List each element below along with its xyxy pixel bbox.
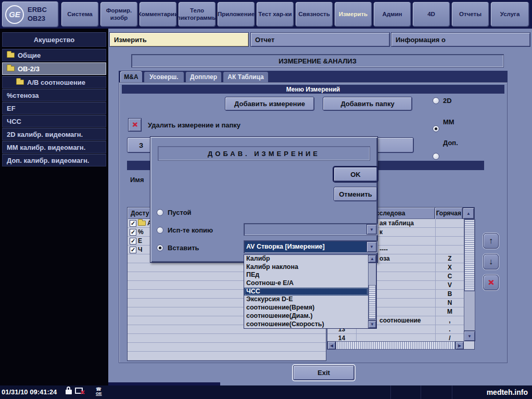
- tab-measure[interactable]: Измерить: [109, 32, 249, 47]
- radio-mm-label: MM: [443, 118, 454, 126]
- sidebar-item-ef[interactable]: EF: [2, 102, 106, 114]
- add-measure-button[interactable]: Добавить измерение: [225, 97, 314, 111]
- list-item[interactable]: соотношение(Скорость): [244, 320, 368, 329]
- dialog-title-bar: ДОБАВ. ИЗМЕРЕНИЕ: [158, 146, 370, 161]
- folder-icon: [7, 53, 15, 58]
- watermark: medteh.info: [487, 388, 528, 396]
- sidebar-item-ob23[interactable]: OB-2/3: [2, 62, 106, 75]
- menu-comments[interactable]: Комментарии: [139, 2, 177, 27]
- open-folder-icon: [7, 66, 15, 71]
- move-up-button[interactable]: ↑: [483, 233, 499, 249]
- delete-label: Удалить измерение и папку: [148, 121, 240, 129]
- ge-logo-button[interactable]: GE ERBCOB23: [2, 1, 59, 28]
- chevron-down-icon[interactable]: ▼: [366, 224, 377, 235]
- menu-service[interactable]: Услуга: [490, 2, 529, 27]
- red-x-icon: ×: [488, 277, 493, 288]
- sidebar-item-dop-calib[interactable]: Доп. калибр. видеомагн.: [2, 154, 106, 166]
- list-item[interactable]: соотношение(Время): [244, 304, 368, 312]
- radio-2d-label: 2D: [443, 97, 452, 105]
- ge-connectivity-label: GE: [96, 391, 102, 396]
- tab-advanced[interactable]: Усоверш.: [144, 71, 184, 82]
- ok-button[interactable]: OK: [334, 167, 377, 182]
- arrow-down-icon: ↓: [489, 257, 493, 266]
- move-down-button[interactable]: ↓: [483, 254, 499, 269]
- menu-test[interactable]: Тест хар-ки: [256, 2, 294, 27]
- list-item[interactable]: соотношение(Диам.): [244, 312, 368, 320]
- add-folder-button[interactable]: Добавить папку: [323, 97, 412, 111]
- radio-insert[interactable]: [157, 244, 163, 251]
- scrollbar-thumb[interactable]: [369, 285, 376, 319]
- tab-ma[interactable]: M&A: [120, 71, 143, 82]
- horizontal-scrollbar[interactable]: ◀ ▶: [327, 341, 464, 350]
- menu-system[interactable]: Система: [61, 2, 99, 27]
- status-bar: 01/31/10 09:41:24 × ☎ GE medteh.info: [0, 385, 532, 399]
- exit-button[interactable]: Exit: [293, 365, 354, 380]
- ge-logo-icon: GE: [5, 5, 24, 24]
- sidebar-item-hr[interactable]: ЧСС: [2, 115, 106, 127]
- add-measurement-dialog: ДОБАВ. ИЗМЕРЕНИЕ OK Отменить Пустой Исп-…: [150, 136, 378, 263]
- checkbox-checked[interactable]: [130, 238, 136, 244]
- checkbox-checked[interactable]: [130, 247, 136, 253]
- list-item[interactable]: Калибр наклона: [244, 263, 368, 272]
- empty-row: [128, 352, 326, 361]
- radio-use-copy[interactable]: [157, 227, 163, 234]
- radio-empty[interactable]: [157, 209, 163, 216]
- vertical-scrollbar[interactable]: ▼: [464, 219, 474, 341]
- list-scrollbar[interactable]: ▲ ▼: [368, 255, 376, 328]
- menu-imaging[interactable]: Формир. изобр: [100, 2, 138, 27]
- checkbox-checked[interactable]: [130, 220, 136, 227]
- list-item-selected[interactable]: ЧСС: [244, 288, 368, 296]
- lock-shackle-icon: [67, 387, 70, 390]
- sidebar-item-mm-calib[interactable]: MM калибр. видеомагн.: [2, 141, 106, 153]
- menu-reports[interactable]: Отчеты: [451, 2, 489, 27]
- remove-button[interactable]: ×: [483, 275, 499, 290]
- measurement-sidebar: Акушерство Общие OB-2/3 A/B соотношение …: [0, 29, 108, 385]
- copy-combobox[interactable]: ▼: [244, 223, 378, 236]
- list-item[interactable]: Калибр: [244, 255, 368, 263]
- sidebar-item-stenosis[interactable]: %стеноза: [2, 89, 106, 101]
- sidebar-item-general[interactable]: Общие: [2, 49, 106, 61]
- scroll-left-button[interactable]: ◀: [327, 341, 336, 350]
- scroll-down-button[interactable]: ▼: [464, 331, 475, 341]
- system-id: ERBCOB23: [28, 6, 47, 23]
- folder-icon: [16, 80, 24, 85]
- name-label: Имя: [130, 176, 144, 184]
- section-title-box: ИЗМЕРЕНИЕ &АНАЛИЗ: [131, 54, 504, 68]
- chevron-down-icon[interactable]: ▼: [366, 241, 377, 252]
- list-item[interactable]: Соотнош-е E/A: [244, 279, 368, 288]
- scroll-up-button[interactable]: ▲: [463, 208, 474, 219]
- radio-empty-label: Пустой: [168, 209, 192, 216]
- empty-row: [128, 334, 326, 343]
- insert-combobox[interactable]: AV Створка [Измерение] ▼: [244, 240, 378, 253]
- tab-info[interactable]: Информация о: [391, 32, 530, 47]
- list-item[interactable]: ПЕд: [244, 271, 368, 279]
- menu-connectivity[interactable]: Связность: [295, 2, 333, 27]
- checkbox-checked[interactable]: [130, 229, 136, 236]
- tab-report[interactable]: Отчет: [250, 32, 390, 47]
- sidebar-item-ab-ratio[interactable]: A/B соотношение: [2, 76, 106, 88]
- scroll-up-button[interactable]: ▲: [368, 255, 376, 263]
- empty-row: [128, 343, 326, 352]
- scroll-right-button[interactable]: ▶: [455, 341, 464, 350]
- scroll-down-button[interactable]: ▼: [368, 320, 376, 328]
- radio-2d[interactable]: [433, 97, 439, 104]
- cancel-button[interactable]: Отменить: [334, 187, 377, 201]
- list-item[interactable]: Экскурсия D-E: [244, 295, 368, 304]
- sidebar-item-2d-calib[interactable]: 2D калибр. видеомагн.: [2, 128, 106, 140]
- tab-ak-table[interactable]: АК Таблица: [223, 71, 269, 82]
- lock-icon: [66, 390, 72, 394]
- menu-admin[interactable]: Админ: [373, 2, 411, 27]
- tab-doppler[interactable]: Допплер: [185, 71, 222, 82]
- radio-dop-label: Доп.: [443, 139, 458, 147]
- menu-measure[interactable]: Измерить: [334, 2, 372, 27]
- delete-button[interactable]: ×: [128, 118, 142, 132]
- menu-bodymarks[interactable]: Тело пиктограммы: [178, 2, 216, 27]
- radio-dop[interactable]: [433, 153, 439, 160]
- menu-application[interactable]: Приложение: [217, 2, 255, 27]
- scrollbar-thumb[interactable]: [464, 220, 475, 291]
- arrow-up-icon: ↑: [489, 236, 493, 246]
- ultrasound-config-screen: GE ERBCOB23 Система Формир. изобр Коммен…: [0, 0, 532, 399]
- scrollbar-thumb[interactable]: [336, 341, 455, 350]
- radio-mm[interactable]: [433, 125, 439, 132]
- menu-4d[interactable]: 4D: [412, 2, 450, 27]
